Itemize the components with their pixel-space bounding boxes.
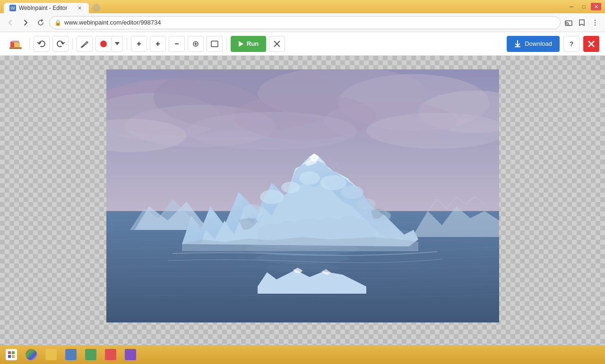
canvas-area[interactable] — [0, 56, 605, 345]
svg-point-40 — [320, 175, 346, 190]
separator-1 — [29, 38, 30, 50]
svg-rect-45 — [8, 351, 11, 354]
fit-window-button[interactable] — [207, 36, 223, 52]
svg-point-2 — [595, 19, 596, 20]
svg-point-43 — [242, 204, 263, 218]
image-canvas — [106, 69, 499, 322]
secure-icon: 🔒 — [54, 19, 61, 26]
forward-button[interactable] — [19, 16, 32, 29]
download-button[interactable]: Download — [507, 36, 560, 52]
svg-point-42 — [357, 198, 376, 210]
logo-button[interactable] — [6, 36, 26, 52]
undo-button[interactable] — [34, 36, 50, 52]
svg-rect-6 — [10, 42, 14, 48]
toolbar-right: Download ? — [507, 36, 599, 52]
svg-rect-0 — [93, 4, 100, 11]
app-toolbar: + + − Run — [0, 32, 605, 56]
svg-point-28 — [187, 112, 357, 150]
zoom-in-button[interactable]: + — [150, 36, 166, 52]
taskbar-start[interactable] — [2, 347, 21, 362]
svg-point-35 — [265, 263, 340, 272]
svg-rect-8 — [9, 47, 22, 49]
maximize-button[interactable]: □ — [579, 3, 589, 10]
tab-bar: W WebInpaint - Editor ✕ — [4, 0, 564, 13]
reload-button[interactable] — [34, 16, 47, 29]
browser-frame: W WebInpaint - Editor ✕ ─ □ ✕ — [0, 0, 605, 364]
svg-point-4 — [595, 24, 596, 25]
close-app-button[interactable] — [583, 36, 599, 52]
svg-rect-46 — [12, 351, 15, 354]
color-dropdown-button[interactable] — [112, 36, 123, 52]
nav-right-icons — [562, 17, 601, 29]
zoom-in-small-button[interactable]: + — [131, 36, 147, 52]
favicon-letter: W — [11, 6, 15, 10]
new-tab-button[interactable] — [91, 2, 102, 13]
svg-point-38 — [281, 182, 300, 193]
active-tab[interactable]: W WebInpaint - Editor ✕ — [4, 3, 89, 13]
svg-point-34 — [255, 253, 350, 264]
taskbar — [0, 345, 605, 364]
url-text: www.webinpaint.com/editor/998734 — [64, 19, 555, 26]
iceberg-image — [106, 69, 499, 322]
svg-rect-7 — [12, 41, 19, 42]
taskbar-item-5[interactable] — [101, 347, 120, 362]
zoom-out-button[interactable]: − — [169, 36, 185, 52]
separator-3 — [127, 38, 127, 50]
cast-button[interactable] — [562, 17, 575, 29]
svg-point-37 — [260, 190, 284, 204]
help-button[interactable]: ? — [563, 36, 579, 52]
run-button[interactable]: Run — [231, 36, 266, 52]
taskbar-browser[interactable] — [22, 347, 41, 362]
zoom-fit-button[interactable] — [188, 36, 204, 52]
color-indicator — [100, 41, 107, 47]
close-window-button[interactable]: ✕ — [591, 3, 601, 10]
separator-4 — [226, 38, 227, 50]
tab-favicon: W — [9, 5, 16, 11]
window-controls: ─ □ ✕ — [566, 3, 601, 10]
separator-2 — [72, 38, 73, 50]
bookmark-button[interactable] — [576, 17, 588, 29]
svg-point-3 — [595, 22, 596, 23]
cancel-button[interactable] — [269, 36, 285, 52]
nav-bar: 🔒 www.webinpaint.com/editor/998734 — [0, 13, 605, 32]
svg-point-41 — [341, 186, 363, 199]
taskbar-explorer[interactable] — [42, 347, 60, 362]
tab-close-button[interactable]: ✕ — [76, 4, 83, 12]
svg-point-39 — [299, 171, 320, 185]
address-bar[interactable]: 🔒 www.webinpaint.com/editor/998734 — [49, 16, 561, 29]
svg-rect-12 — [211, 41, 218, 47]
taskbar-item-4[interactable] — [81, 347, 100, 362]
taskbar-item-6[interactable] — [121, 347, 140, 362]
brush-button[interactable] — [77, 36, 93, 52]
menu-button[interactable] — [589, 17, 601, 29]
svg-rect-47 — [8, 355, 11, 358]
minimize-button[interactable]: ─ — [566, 3, 577, 10]
color-button[interactable] — [95, 36, 112, 52]
svg-rect-48 — [12, 355, 15, 358]
taskbar-item-3[interactable] — [61, 347, 80, 362]
tab-title: WebInpaint - Editor — [19, 5, 68, 11]
redo-button[interactable] — [52, 36, 69, 52]
back-button[interactable] — [4, 16, 17, 29]
title-bar: W WebInpaint - Editor ✕ ─ □ ✕ — [0, 0, 605, 13]
